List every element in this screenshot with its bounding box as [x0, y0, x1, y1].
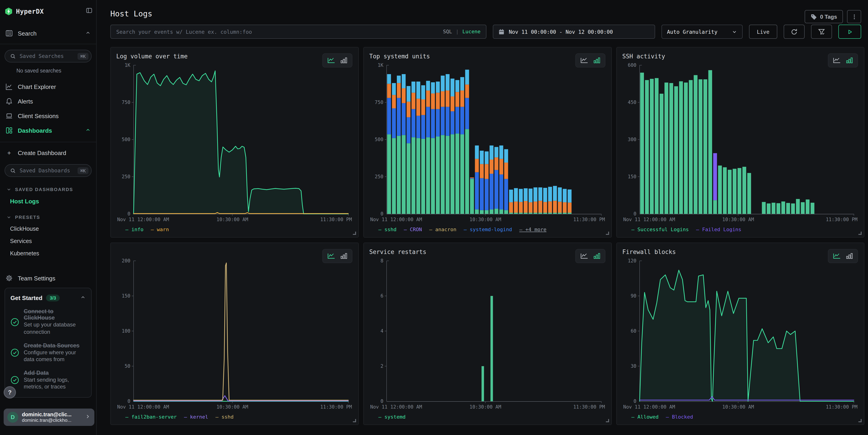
chevron-down-icon: [732, 29, 737, 34]
refresh-button[interactable]: [784, 25, 805, 39]
chart-legend[interactable]: — fail2ban-server— kernel— sshd: [116, 411, 353, 423]
kebab-menu-button[interactable]: [847, 10, 861, 23]
legend-item[interactable]: — +4 more: [519, 226, 547, 232]
filter-button[interactable]: [811, 25, 832, 39]
preset-item-kubernetes[interactable]: Kubernetes: [0, 250, 96, 257]
svg-text:450: 450: [628, 100, 637, 105]
preset-item-services[interactable]: Services: [0, 238, 96, 244]
tags-button[interactable]: 0 Tags: [805, 10, 843, 23]
user-name: dominic.tran@clic...: [22, 412, 71, 417]
bar-chart-icon[interactable]: [594, 253, 600, 259]
resize-handle[interactable]: [606, 231, 609, 235]
date-range-picker[interactable]: Nov 11 00:00:00 - Nov 12 00:00:00: [493, 25, 655, 39]
bar-chart-icon[interactable]: [846, 58, 853, 63]
bar-chart-icon[interactable]: [846, 253, 853, 259]
line-chart-icon[interactable]: [580, 58, 588, 63]
saved-dashboards-section-header[interactable]: SAVED DASHBOARDS: [0, 187, 96, 192]
resize-handle[interactable]: [353, 419, 356, 422]
get-started-item[interactable]: Add Data Start sending logs, metrics, or…: [10, 370, 86, 391]
legend-item[interactable]: — Successful Logins: [631, 226, 689, 232]
chart-plot[interactable]: 6004503001500Nov 11 12:00:00 AM10:30:00 …: [622, 61, 859, 223]
legend-item[interactable]: — CRON: [404, 226, 422, 232]
granularity-select[interactable]: Auto Granularity: [661, 25, 743, 39]
legend-item[interactable]: — fail2ban-server: [125, 414, 177, 420]
sidebar-item-search[interactable]: Search: [0, 27, 96, 39]
resize-handle[interactable]: [353, 231, 356, 235]
laptop-icon: [5, 112, 13, 120]
get-started-item[interactable]: Create Data Sources Configure where your…: [10, 342, 86, 363]
presets-section-header[interactable]: PRESETS: [0, 215, 96, 220]
svg-text:30: 30: [631, 364, 637, 369]
resize-handle[interactable]: [606, 419, 609, 422]
chart-legend[interactable]: — systemd: [369, 411, 606, 423]
user-profile-card[interactable]: D dominic.tran@clic... dominic.tran@clic…: [4, 409, 94, 426]
legend-item[interactable]: — Blocked: [666, 414, 693, 420]
line-chart-icon[interactable]: [327, 253, 335, 259]
bar-chart-icon[interactable]: [341, 253, 347, 259]
chart-plot[interactable]: 200150100500Nov 11 12:00:00 AM10:30:00 A…: [116, 257, 353, 411]
chart-type-toggle[interactable]: [575, 53, 606, 67]
line-chart-icon[interactable]: [833, 58, 841, 63]
legend-item[interactable]: — warn: [151, 226, 169, 232]
sidebar-item-dashboards[interactable]: Dashboards: [0, 124, 96, 136]
legend-item[interactable]: — systemd-logind: [464, 226, 512, 232]
saved-dashboards-input[interactable]: Saved Dashboards ⌘K: [5, 164, 92, 177]
legend-item[interactable]: — Failed Logins: [696, 226, 742, 232]
sidebar-item-alerts[interactable]: Alerts: [0, 95, 96, 107]
bar-chart-icon[interactable]: [594, 58, 600, 63]
sidebar-item-team-settings[interactable]: Team Settings: [0, 272, 96, 284]
chart-plot[interactable]: 1K7505002500Nov 11 12:00:00 AM10:30:00 A…: [369, 61, 606, 223]
svg-text:11:30:00 PM: 11:30:00 PM: [573, 404, 605, 410]
chart-plot[interactable]: 1209060300Nov 11 12:00:00 AM10:30:00 AM1…: [622, 257, 859, 411]
chart-plot[interactable]: 1K7505002500Nov 11 12:00:00 AM10:30:00 A…: [116, 61, 353, 223]
sql-toggle[interactable]: SQL: [443, 29, 452, 35]
chart-type-toggle[interactable]: [575, 249, 606, 263]
preset-item-clickhouse[interactable]: ClickHouse: [0, 226, 96, 232]
chart-legend[interactable]: — sshd— CRON— anacron— systemd-logind— +…: [369, 223, 606, 235]
create-dashboard-button[interactable]: + Create Dashboard: [0, 147, 96, 159]
legend-item[interactable]: — systemd: [378, 414, 405, 420]
legend-item[interactable]: — sshd: [378, 226, 397, 232]
calendar-icon: [498, 29, 505, 35]
legend-item[interactable]: — anacron: [429, 226, 456, 232]
line-chart-icon[interactable]: [833, 253, 841, 259]
get-started-item-title: Connect to ClickHouse: [24, 308, 86, 321]
chart-legend[interactable]: — info— warn: [116, 223, 353, 235]
get-started-header[interactable]: Get Started 3/3: [10, 294, 86, 302]
chart-type-toggle[interactable]: [828, 53, 858, 67]
legend-item[interactable]: — Allowed: [631, 414, 658, 420]
sidebar-item-client-sessions[interactable]: Client Sessions: [0, 110, 96, 122]
sidebar-collapse-icon[interactable]: [86, 7, 93, 15]
live-button[interactable]: Live: [749, 25, 777, 39]
line-chart-icon[interactable]: [327, 58, 335, 63]
resize-handle[interactable]: [859, 231, 862, 235]
get-started-item[interactable]: Connect to ClickHouse Set up your databa…: [10, 308, 86, 336]
chart-legend[interactable]: — Allowed— Blocked: [622, 411, 859, 423]
chart-plot[interactable]: 86420Nov 11 12:00:00 AM10:30:00 AM11:30:…: [369, 257, 606, 411]
resize-handle[interactable]: [859, 419, 862, 422]
sidebar-item-chart-explorer[interactable]: Chart Explorer: [0, 81, 96, 93]
saved-searches-input[interactable]: Saved Searches ⌘K: [5, 50, 92, 62]
bar-chart-icon[interactable]: [341, 58, 347, 63]
line-chart-icon[interactable]: [580, 253, 588, 259]
chart-type-toggle[interactable]: [828, 249, 858, 263]
svg-text:Nov 11 12:00:00 AM: Nov 11 12:00:00 AM: [117, 217, 169, 222]
svg-text:0: 0: [127, 399, 130, 404]
event-search-box[interactable]: SQL | Lucene: [110, 25, 487, 39]
search-icon: [10, 53, 16, 59]
legend-item[interactable]: — kernel: [184, 414, 208, 420]
chart-type-toggle[interactable]: [322, 53, 352, 67]
legend-item[interactable]: — sshd: [215, 414, 234, 420]
dashboard-item-host-logs[interactable]: Host Logs: [0, 198, 96, 205]
lucene-toggle[interactable]: Lucene: [463, 29, 481, 35]
svg-text:60: 60: [631, 328, 637, 334]
svg-text:6: 6: [380, 293, 383, 299]
event-search-input[interactable]: [116, 29, 439, 35]
filter-edit-icon: [818, 28, 825, 35]
query-language-toggle[interactable]: SQL | Lucene: [443, 29, 481, 35]
run-query-button[interactable]: [838, 25, 861, 39]
legend-item[interactable]: — info: [125, 226, 144, 232]
help-button[interactable]: ?: [4, 386, 16, 399]
chart-legend[interactable]: — Successful Logins— Failed Logins: [622, 223, 859, 235]
chart-type-toggle[interactable]: [322, 249, 352, 263]
